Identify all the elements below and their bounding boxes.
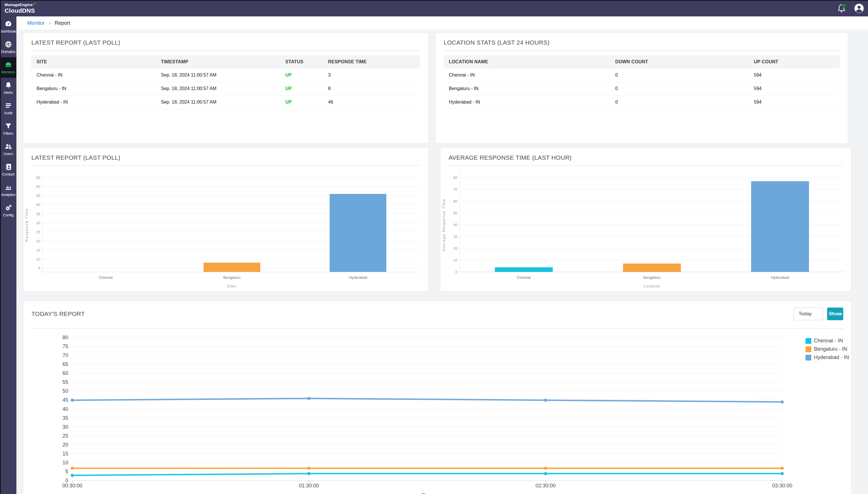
window-top-edge [0, 0, 868, 1]
latest-report-table-card: LATEST REPORT (LAST POLL) SITETIMESTAMPS… [23, 33, 428, 144]
gridline [43, 177, 421, 177]
y-tick-label: 30 [62, 424, 68, 430]
legend-label: Hyderabad - IN [814, 355, 849, 361]
card-title: LATEST REPORT (LAST POLL) [31, 39, 121, 46]
notifications-button[interactable] [836, 3, 847, 14]
sidebar-item-label: Analytics [1, 192, 15, 197]
table-cell: Hyderabad - IN [444, 96, 610, 109]
sidebar-item-monitors[interactable]: Monitors [0, 57, 16, 78]
sidebar: DashboardDomainsMonitorsAlertsAuditFilte… [0, 16, 16, 494]
y-tick-label: 35 [62, 415, 68, 421]
legend-item-hyderabad[interactable]: Hyderabad - IN [806, 353, 849, 362]
table-cell: 46 [323, 96, 420, 109]
sidebar-item-users[interactable]: Users [0, 139, 16, 159]
x-tick-label: 00:30:00 [62, 483, 82, 489]
x-tick-label: 01:30:00 [299, 483, 319, 489]
table-row: Bengaluru - IN0594 [444, 82, 840, 96]
table-row: Bengaluru - INSep. 18, 2024 11:00:57 AMU… [31, 82, 420, 96]
bar-bengaluru [204, 263, 260, 272]
y-tick-label: 30 [36, 221, 40, 225]
breadcrumb-monitor-link[interactable]: Monitor [27, 20, 44, 26]
column-header: SITE [31, 55, 156, 69]
status-badge: UP [280, 69, 323, 82]
x-tick-label: 03:30:00 [772, 483, 792, 489]
y-tick-label: 50 [454, 211, 458, 215]
user-avatar[interactable] [854, 3, 864, 13]
divider [31, 328, 843, 329]
y-tick-label: 40 [36, 203, 40, 207]
line-series-canvas [72, 338, 782, 481]
sidebar-item-dashboard[interactable]: Dashboard [0, 16, 16, 37]
y-tick-label: 70 [62, 353, 68, 359]
status-badge: UP [280, 82, 323, 95]
sidebar-item-label: Contact [2, 172, 14, 176]
y-tick-label: 50 [62, 388, 68, 394]
legend-swatch [806, 338, 811, 344]
table-cell: Chennai - IN [31, 69, 156, 82]
sidebar-item-label: Domains [1, 50, 16, 54]
table-cell: Sep. 18, 2024 11:00:57 AM [156, 69, 280, 82]
average-response-chart-card: AVERAGE RESPONSE TIME (LAST HOUR) Averag… [440, 148, 851, 291]
y-axis-label: Average Response Time [442, 198, 446, 251]
table-cell: Hyderabad - IN [31, 96, 156, 109]
bar-chennai [495, 267, 552, 272]
card-title: LATEST REPORT (LAST POLL) [31, 154, 121, 161]
y-tick-label: 0 [456, 270, 458, 274]
x-tick-mark [309, 480, 309, 482]
location-stats-card: LOCATION STATS (LAST 24 HOURS) LOCATION … [435, 33, 848, 144]
table-cell: 3 [323, 69, 420, 82]
sidebar-item-alerts[interactable]: Alerts [0, 78, 16, 98]
table-row: Chennai - INSep. 18, 2024 11:00:57 AMUP3 [31, 69, 420, 82]
sidebar-item-domains[interactable]: Domains [0, 37, 16, 57]
sidebar-item-audit[interactable]: Audit [0, 98, 16, 118]
column-header: UP COUNT [749, 55, 840, 69]
y-tick-label: 45 [36, 193, 40, 198]
x-tick-label: 02:30:00 [535, 483, 556, 489]
table-row: Chennai - IN0594 [444, 69, 840, 82]
latest-report-table: SITETIMESTAMPSTATUSRESPONSE TIME Chennai… [31, 55, 420, 109]
contact-icon [4, 163, 12, 171]
divider [31, 50, 420, 51]
legend-item-chennai[interactable]: Chennai - IN [806, 337, 849, 345]
x-category-label: Bengaluru [643, 276, 661, 280]
sidebar-item-analytics[interactable]: Analytics [0, 180, 16, 200]
x-category-label: Chennai [517, 276, 531, 280]
x-tick-mark [72, 480, 73, 482]
brand-swoosh-icon [33, 2, 37, 6]
column-header: STATUS [280, 55, 323, 69]
table-cell: Sep. 18, 2024 11:00:57 AM [156, 96, 280, 109]
brand-line1: ManageEngine [5, 3, 33, 7]
todays-report-line-chart: 0510152025303540455055606570758000:30:00… [72, 338, 782, 481]
x-category-label: Hyderabad [349, 276, 367, 280]
show-button[interactable]: Show [827, 308, 843, 320]
y-tick-label: 15 [36, 248, 40, 252]
column-header: DOWN COUNT [610, 55, 749, 69]
average-response-bar-chart: Average Response Time 01020304050607080C… [441, 173, 845, 289]
x-tick-mark [545, 480, 546, 482]
table-cell: Sep. 18, 2024 11:00:57 AM [156, 82, 280, 95]
legend-label: Bengaluru - IN [814, 346, 847, 352]
topbar-right [836, 0, 864, 16]
y-tick-label: 45 [62, 397, 68, 403]
legend-item-bengaluru[interactable]: Bengaluru - IN [806, 345, 849, 353]
users-icon [4, 142, 12, 150]
y-tick-label: 60 [454, 199, 458, 204]
y-tick-label: 60 [62, 370, 68, 376]
date-range-input[interactable] [794, 308, 823, 320]
table-cell: Chennai - IN [444, 69, 610, 82]
table-header-row: SITETIMESTAMPSTATUSRESPONSE TIME [31, 55, 420, 69]
table-cell: 0 [610, 96, 749, 109]
card-title: AVERAGE RESPONSE TIME (LAST HOUR) [448, 154, 572, 161]
y-tick-label: 70 [454, 187, 458, 192]
sidebar-item-config[interactable]: Config [0, 200, 16, 221]
audit-icon [4, 101, 12, 110]
analytics-icon [4, 183, 12, 191]
sidebar-item-filters[interactable]: Filters [0, 118, 16, 139]
sidebar-item-contact[interactable]: Contact [0, 159, 16, 180]
y-tick-label: 55 [36, 175, 40, 179]
table-body: Chennai - IN0594Bengaluru - IN0594Hydera… [444, 69, 840, 109]
table-cell: Bengaluru - IN [444, 82, 610, 95]
sidebar-item-label: Alerts [3, 90, 13, 95]
monitors-icon [4, 61, 12, 69]
column-header: RESPONSE TIME [323, 55, 420, 69]
